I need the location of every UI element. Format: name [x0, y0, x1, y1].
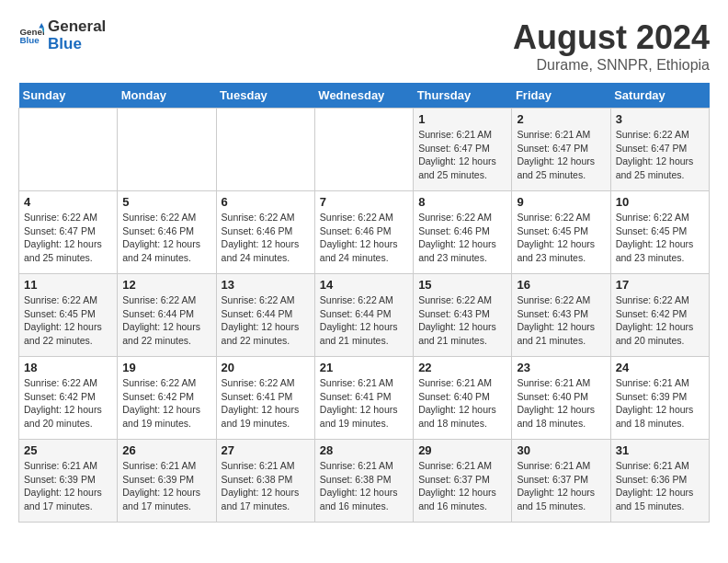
calendar-cell: 17Sunrise: 6:22 AM Sunset: 6:42 PM Dayli… — [610, 274, 709, 357]
calendar-cell: 26Sunrise: 6:21 AM Sunset: 6:39 PM Dayli… — [118, 440, 216, 523]
day-number: 24 — [616, 361, 704, 374]
calendar-cell: 9Sunrise: 6:22 AM Sunset: 6:45 PM Daylig… — [512, 191, 610, 274]
day-info: Sunrise: 6:22 AM Sunset: 6:47 PM Dayligh… — [616, 128, 704, 182]
calendar-cell: 12Sunrise: 6:22 AM Sunset: 6:44 PM Dayli… — [118, 274, 216, 357]
calendar-cell: 8Sunrise: 6:22 AM Sunset: 6:46 PM Daylig… — [414, 191, 512, 274]
svg-text:Blue: Blue — [19, 35, 40, 45]
calendar-cell: 3Sunrise: 6:22 AM Sunset: 6:47 PM Daylig… — [610, 109, 709, 191]
calendar-cell: 28Sunrise: 6:21 AM Sunset: 6:38 PM Dayli… — [314, 440, 413, 523]
calendar-cell: 21Sunrise: 6:21 AM Sunset: 6:41 PM Dayli… — [314, 357, 413, 440]
calendar-cell — [118, 109, 216, 191]
day-number: 25 — [24, 443, 112, 457]
calendar-cell: 19Sunrise: 6:22 AM Sunset: 6:42 PM Dayli… — [118, 357, 216, 440]
day-info: Sunrise: 6:22 AM Sunset: 6:46 PM Dayligh… — [320, 211, 408, 265]
day-info: Sunrise: 6:22 AM Sunset: 6:45 PM Dayligh… — [517, 211, 605, 265]
day-number: 7 — [320, 195, 408, 209]
day-info: Sunrise: 6:21 AM Sunset: 6:36 PM Dayligh… — [616, 459, 704, 513]
day-number: 10 — [616, 195, 704, 209]
day-info: Sunrise: 6:21 AM Sunset: 6:41 PM Dayligh… — [320, 376, 408, 431]
day-info: Sunrise: 6:21 AM Sunset: 6:39 PM Dayligh… — [24, 459, 112, 513]
day-info: Sunrise: 6:22 AM Sunset: 6:42 PM Dayligh… — [122, 376, 210, 431]
calendar-cell: 23Sunrise: 6:21 AM Sunset: 6:40 PM Dayli… — [512, 357, 610, 440]
day-number: 12 — [122, 278, 210, 292]
day-number: 19 — [122, 361, 210, 374]
page-header: General Blue General Blue August 2024 Du… — [18, 18, 710, 74]
title-area: August 2024 Durame, SNNPR, Ethiopia — [513, 18, 710, 74]
sub-title: Durame, SNNPR, Ethiopia — [513, 57, 710, 74]
day-number: 14 — [320, 278, 408, 292]
day-info: Sunrise: 6:21 AM Sunset: 6:40 PM Dayligh… — [418, 376, 506, 431]
day-info: Sunrise: 6:22 AM Sunset: 6:42 PM Dayligh… — [616, 293, 704, 348]
day-info: Sunrise: 6:22 AM Sunset: 6:46 PM Dayligh… — [122, 211, 210, 265]
header-saturday: Saturday — [610, 83, 709, 109]
calendar-cell: 18Sunrise: 6:22 AM Sunset: 6:42 PM Dayli… — [19, 357, 118, 440]
day-number: 3 — [616, 112, 704, 126]
day-info: Sunrise: 6:22 AM Sunset: 6:46 PM Dayligh… — [222, 211, 310, 265]
main-title: August 2024 — [513, 18, 710, 57]
calendar-cell: 15Sunrise: 6:22 AM Sunset: 6:43 PM Dayli… — [414, 274, 512, 357]
calendar-week-2: 4Sunrise: 6:22 AM Sunset: 6:47 PM Daylig… — [19, 191, 710, 274]
day-number: 16 — [517, 278, 605, 292]
day-info: Sunrise: 6:22 AM Sunset: 6:45 PM Dayligh… — [616, 211, 704, 265]
calendar-cell: 2Sunrise: 6:21 AM Sunset: 6:47 PM Daylig… — [512, 109, 610, 191]
calendar-cell: 4Sunrise: 6:22 AM Sunset: 6:47 PM Daylig… — [19, 191, 118, 274]
day-info: Sunrise: 6:21 AM Sunset: 6:37 PM Dayligh… — [517, 459, 605, 513]
calendar-cell: 20Sunrise: 6:22 AM Sunset: 6:41 PM Dayli… — [216, 357, 314, 440]
calendar-cell: 11Sunrise: 6:22 AM Sunset: 6:45 PM Dayli… — [19, 274, 118, 357]
day-number: 1 — [418, 112, 506, 126]
day-number: 15 — [418, 278, 506, 292]
calendar-week-1: 1Sunrise: 6:21 AM Sunset: 6:47 PM Daylig… — [19, 109, 710, 191]
day-number: 27 — [222, 443, 310, 457]
day-number: 13 — [222, 278, 310, 292]
calendar-cell: 1Sunrise: 6:21 AM Sunset: 6:47 PM Daylig… — [414, 109, 512, 191]
day-info: Sunrise: 6:21 AM Sunset: 6:39 PM Dayligh… — [616, 376, 704, 431]
day-info: Sunrise: 6:21 AM Sunset: 6:39 PM Dayligh… — [122, 459, 210, 513]
day-number: 9 — [517, 195, 605, 209]
calendar-week-3: 11Sunrise: 6:22 AM Sunset: 6:45 PM Dayli… — [19, 274, 710, 357]
calendar-cell: 14Sunrise: 6:22 AM Sunset: 6:44 PM Dayli… — [314, 274, 413, 357]
calendar-cell: 27Sunrise: 6:21 AM Sunset: 6:38 PM Dayli… — [216, 440, 314, 523]
day-number: 31 — [616, 443, 704, 457]
day-info: Sunrise: 6:21 AM Sunset: 6:38 PM Dayligh… — [222, 459, 310, 513]
header-thursday: Thursday — [414, 83, 512, 109]
day-info: Sunrise: 6:21 AM Sunset: 6:37 PM Dayligh… — [418, 459, 506, 513]
calendar-cell: 25Sunrise: 6:21 AM Sunset: 6:39 PM Dayli… — [19, 440, 118, 523]
calendar-cell: 24Sunrise: 6:21 AM Sunset: 6:39 PM Dayli… — [610, 357, 709, 440]
day-number: 5 — [122, 195, 210, 209]
day-number: 22 — [418, 361, 506, 374]
calendar-week-4: 18Sunrise: 6:22 AM Sunset: 6:42 PM Dayli… — [19, 357, 710, 440]
day-info: Sunrise: 6:22 AM Sunset: 6:44 PM Dayligh… — [320, 293, 408, 348]
calendar-cell: 10Sunrise: 6:22 AM Sunset: 6:45 PM Dayli… — [610, 191, 709, 274]
day-info: Sunrise: 6:22 AM Sunset: 6:44 PM Dayligh… — [122, 293, 210, 348]
calendar-cell — [216, 109, 314, 191]
day-number: 17 — [616, 278, 704, 292]
day-number: 28 — [320, 443, 408, 457]
day-number: 6 — [222, 195, 310, 209]
calendar-cell: 30Sunrise: 6:21 AM Sunset: 6:37 PM Dayli… — [512, 440, 610, 523]
day-info: Sunrise: 6:22 AM Sunset: 6:46 PM Dayligh… — [418, 211, 506, 265]
logo: General Blue General Blue — [18, 18, 106, 52]
day-number: 23 — [517, 361, 605, 374]
day-number: 8 — [418, 195, 506, 209]
day-number: 11 — [24, 278, 112, 292]
calendar-table: SundayMondayTuesdayWednesdayThursdayFrid… — [18, 83, 710, 523]
calendar-cell: 13Sunrise: 6:22 AM Sunset: 6:44 PM Dayli… — [216, 274, 314, 357]
day-info: Sunrise: 6:21 AM Sunset: 6:47 PM Dayligh… — [517, 128, 605, 182]
logo-general-text: General — [48, 17, 106, 35]
header-sunday: Sunday — [19, 83, 118, 109]
calendar-cell: 7Sunrise: 6:22 AM Sunset: 6:46 PM Daylig… — [314, 191, 413, 274]
day-number: 26 — [122, 443, 210, 457]
calendar-cell — [19, 109, 118, 191]
header-friday: Friday — [512, 83, 610, 109]
calendar-cell: 31Sunrise: 6:21 AM Sunset: 6:36 PM Dayli… — [610, 440, 709, 523]
day-info: Sunrise: 6:21 AM Sunset: 6:47 PM Dayligh… — [418, 128, 506, 182]
header-tuesday: Tuesday — [216, 83, 314, 109]
day-number: 21 — [320, 361, 408, 374]
day-info: Sunrise: 6:22 AM Sunset: 6:47 PM Dayligh… — [24, 211, 112, 265]
day-info: Sunrise: 6:22 AM Sunset: 6:41 PM Dayligh… — [222, 376, 310, 431]
calendar-cell: 16Sunrise: 6:22 AM Sunset: 6:43 PM Dayli… — [512, 274, 610, 357]
day-info: Sunrise: 6:22 AM Sunset: 6:43 PM Dayligh… — [418, 293, 506, 348]
day-info: Sunrise: 6:22 AM Sunset: 6:44 PM Dayligh… — [222, 293, 310, 348]
day-number: 29 — [418, 443, 506, 457]
day-number: 20 — [222, 361, 310, 374]
